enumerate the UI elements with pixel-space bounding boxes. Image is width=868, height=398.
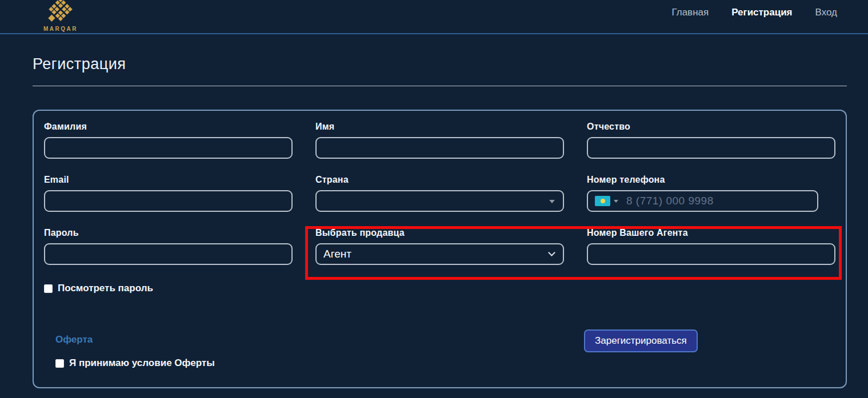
field-seller: Выбрать продавца Агент (315, 227, 564, 265)
firstname-label: Имя (315, 121, 564, 132)
brand-logo[interactable]: MARQAR (43, 0, 78, 32)
register-button[interactable]: Зарегистрироваться (584, 329, 698, 352)
field-email: Email (44, 174, 293, 212)
country-label: Страна (315, 174, 564, 186)
field-password: Пароль (44, 227, 293, 265)
field-phone: Номер телефона 8 (771) 000 9998 (587, 174, 835, 212)
header: MARQAR Главная Регистрация Вход (0, 0, 868, 34)
patronymic-input[interactable] (587, 137, 835, 159)
ornament-logo-icon (43, 0, 78, 25)
field-firstname: Имя (315, 121, 564, 159)
show-password-row: Посмотреть пароль (44, 283, 835, 294)
field-agent-number: Номер Вашего Агента (587, 227, 835, 265)
page-title: Регистрация (33, 55, 847, 73)
password-input[interactable] (44, 243, 293, 265)
show-password-checkbox[interactable] (44, 284, 53, 293)
main-nav: Главная Регистрация Вход (671, 0, 837, 18)
email-input[interactable] (44, 190, 293, 212)
registration-page: MARQAR Главная Регистрация Вход Регистра… (0, 0, 868, 398)
phone-placeholder: 8 (771) 000 9998 (626, 195, 714, 207)
password-label: Пароль (44, 227, 293, 239)
accept-offer-checkbox[interactable] (55, 359, 64, 368)
phone-input[interactable]: 8 (771) 000 9998 (587, 190, 818, 212)
seller-label: Выбрать продавца (315, 227, 564, 239)
show-password-label: Посмотреть пароль (58, 283, 153, 294)
agent-number-input[interactable] (587, 243, 835, 265)
email-label: Email (44, 174, 293, 186)
lastname-input[interactable] (44, 137, 293, 159)
nav-item-home[interactable]: Главная (671, 7, 709, 18)
nav-item-login[interactable]: Вход (815, 7, 837, 18)
field-lastname: Фамилия (44, 121, 293, 159)
brand-name: MARQAR (43, 26, 78, 32)
firstname-input[interactable] (315, 137, 564, 159)
form-grid: Фамилия Имя Отчество Email Страна (44, 121, 835, 265)
flag-dropdown-caret-icon[interactable] (614, 200, 618, 203)
offer-link[interactable]: Оферта (55, 334, 93, 345)
country-select[interactable] (315, 190, 564, 212)
accept-offer-row: Я принимаю условие Оферты (55, 357, 835, 369)
phone-label: Номер телефона (587, 174, 835, 186)
form-footer: Оферта Я принимаю условие Оферты Зарегис… (44, 334, 835, 369)
main-content: Регистрация Фамилия Имя Отчество Email (0, 34, 868, 388)
agent-number-label: Номер Вашего Агента (587, 227, 835, 239)
title-divider (33, 86, 847, 86)
field-country: Страна (315, 174, 564, 212)
dropdown-triangle-icon (549, 200, 555, 203)
kazakhstan-flag-icon[interactable] (595, 196, 610, 206)
patronymic-label: Отчество (587, 121, 835, 132)
accept-offer-label: Я принимаю условие Оферты (69, 357, 215, 369)
seller-select-value: Агент (323, 248, 351, 260)
seller-select[interactable]: Агент (315, 243, 564, 265)
nav-item-registration[interactable]: Регистрация (731, 7, 792, 18)
chevron-down-icon (548, 249, 555, 256)
field-patronymic: Отчество (587, 121, 835, 159)
lastname-label: Фамилия (44, 121, 293, 132)
registration-form-panel: Фамилия Имя Отчество Email Страна (33, 110, 847, 388)
